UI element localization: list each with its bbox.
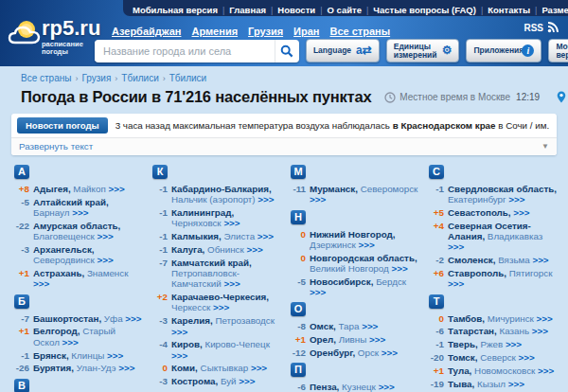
region-name[interactable]: Омск,: [310, 321, 336, 331]
region-link[interactable]: Калмыкия, Элиста >>>: [171, 231, 280, 241]
top-nav-link[interactable]: Частые вопросы (FAQ): [373, 5, 476, 15]
more-arrow[interactable]: >>>: [171, 350, 187, 361]
breadcrumb-link[interactable]: Все страны: [21, 73, 71, 83]
region-link[interactable]: Омск, Тара >>>: [310, 321, 418, 331]
region-link[interactable]: Тула, Новомосковск >>>: [448, 365, 557, 376]
top-nav-link[interactable]: Новости: [277, 5, 315, 15]
city-link[interactable]: Нальчик (аэропорт): [171, 194, 257, 205]
region-link[interactable]: Тамбов, Мичуринск >>>: [448, 313, 557, 324]
more-arrow[interactable]: >>>: [239, 376, 255, 386]
more-arrow[interactable]: >>>: [538, 365, 554, 376]
country-link[interactable]: Армения: [191, 26, 238, 37]
region-name[interactable]: Тамбов,: [448, 313, 485, 324]
top-nav-link[interactable]: Мобильная версия: [133, 5, 218, 15]
more-arrow[interactable]: >>>: [107, 350, 123, 361]
region-link[interactable]: Брянск, Клинцы >>>: [33, 350, 142, 361]
city-link[interactable]: Уфа: [101, 313, 125, 324]
more-arrow[interactable]: >>>: [508, 379, 524, 389]
region-name[interactable]: Брянск,: [33, 350, 69, 361]
region-link[interactable]: Татарстан, Казань >>>: [448, 326, 557, 336]
expand-text-button[interactable]: Развернуть текст ▼: [11, 137, 557, 155]
city-link[interactable]: Черняховск: [171, 218, 223, 228]
more-arrow[interactable]: >>>: [448, 241, 464, 252]
more-arrow[interactable]: >>>: [97, 255, 113, 265]
apps-button[interactable]: Приложенияi: [466, 39, 541, 62]
city-link[interactable]: Кирово-Чепецк: [203, 339, 270, 349]
more-arrow[interactable]: >>>: [223, 218, 240, 228]
more-arrow[interactable]: >>>: [513, 207, 529, 218]
more-arrow[interactable]: >>>: [257, 194, 274, 205]
region-link[interactable]: Тыва, Кызыл >>>: [448, 379, 557, 389]
region-name[interactable]: Киров,: [171, 339, 203, 349]
country-link[interactable]: Все страны: [329, 26, 390, 37]
more-arrow[interactable]: >>>: [359, 240, 375, 250]
city-link[interactable]: Благовещенск: [33, 231, 98, 241]
region-name[interactable]: Алтайский край,: [33, 197, 109, 207]
region-name[interactable]: Томск,: [448, 352, 477, 363]
city-link[interactable]: Северск: [477, 352, 518, 363]
city-link[interactable]: Обнинск: [204, 244, 246, 255]
city-link[interactable]: Буй: [218, 376, 239, 386]
city-link[interactable]: Новомосковск: [471, 365, 538, 376]
region-name[interactable]: Архангельск,: [33, 244, 95, 255]
more-arrow[interactable]: >>>: [379, 382, 395, 392]
country-link[interactable]: Иран: [293, 26, 319, 37]
region-link[interactable]: Архангельск, Северодвинск >>>: [33, 244, 142, 266]
more-arrow[interactable]: >>>: [257, 231, 274, 241]
region-link[interactable]: Тверь, Ржев >>>: [448, 339, 557, 349]
more-arrow[interactable]: >>>: [213, 302, 229, 312]
region-name[interactable]: Тыва,: [448, 379, 474, 389]
city-link[interactable]: Северодвинск: [33, 255, 97, 265]
region-name[interactable]: Мурманск,: [310, 184, 358, 194]
region-link[interactable]: Башкортостан, Уфа >>>: [33, 313, 142, 324]
region-link[interactable]: Бурятия, Улан-Удэ >>>: [33, 363, 142, 373]
region-name[interactable]: Татарстан,: [448, 326, 497, 336]
search-button[interactable]: [275, 40, 299, 62]
units-button[interactable]: Единицы измерений⚙: [386, 39, 460, 62]
more-arrow[interactable]: >>>: [310, 287, 326, 297]
city-link[interactable]: Екатеринбург: [448, 194, 508, 205]
more-arrow[interactable]: >>>: [247, 244, 263, 255]
city-link[interactable]: Элиста: [222, 231, 257, 241]
region-name[interactable]: Свердловская область,: [448, 184, 557, 194]
more-arrow[interactable]: >>>: [125, 313, 141, 324]
region-link[interactable]: Пенза, Кузнецк >>>: [310, 382, 418, 392]
region-link[interactable]: Мурманск, Североморск >>>: [310, 184, 418, 205]
region-name[interactable]: Орел,: [310, 334, 336, 345]
region-name[interactable]: Карелия,: [171, 315, 213, 326]
city-link[interactable]: Владикавказ: [485, 231, 542, 241]
country-link[interactable]: Азербайджан: [112, 26, 181, 37]
city-link[interactable]: Барнаул: [33, 207, 72, 218]
more-arrow[interactable]: >>>: [369, 334, 385, 345]
site-logo[interactable]: rp5.ru расписание погоды: [6, 18, 100, 56]
region-name[interactable]: Смоленск,: [448, 255, 495, 265]
region-name[interactable]: Калуга,: [171, 244, 204, 255]
region-link[interactable]: Белгород, Старый Оскол >>>: [33, 326, 142, 347]
region-link[interactable]: Оренбург, Орск >>>: [310, 347, 418, 358]
country-link[interactable]: Грузия: [248, 26, 283, 37]
region-link[interactable]: Томск, Северск >>>: [448, 352, 557, 363]
more-arrow[interactable]: >>>: [391, 263, 407, 274]
region-link[interactable]: Северная Осетия-Алания, Владикавказ >>>: [448, 221, 557, 253]
city-link[interactable]: Майкоп: [71, 184, 109, 194]
region-link[interactable]: Орел, Ливны >>>: [310, 334, 418, 345]
more-arrow[interactable]: >>>: [532, 326, 548, 336]
region-name[interactable]: Бурятия,: [33, 363, 74, 373]
top-nav-link[interactable]: Контакты: [488, 5, 530, 15]
more-arrow[interactable]: >>>: [33, 278, 49, 289]
region-link[interactable]: Адыгея, Майкоп >>>: [33, 184, 142, 194]
region-link[interactable]: Кабардино-Балкария, Нальчик (аэропорт) >…: [171, 184, 280, 205]
city-link[interactable]: Клинцы: [69, 350, 107, 361]
city-link[interactable]: Тара: [336, 321, 362, 331]
city-link[interactable]: Знаменск: [84, 268, 128, 278]
top-nav-link[interactable]: Главная: [229, 5, 266, 15]
more-arrow[interactable]: >>>: [118, 363, 134, 373]
region-name[interactable]: Камчатский край,: [171, 258, 252, 268]
more-arrow[interactable]: >>>: [508, 194, 524, 205]
city-link[interactable]: Орск: [355, 347, 382, 358]
region-link[interactable]: Смоленск, Вязьма >>>: [448, 255, 557, 265]
city-link[interactable]: Улан-Удэ: [74, 363, 118, 373]
region-link[interactable]: Кострома, Буй >>>: [171, 376, 280, 386]
region-name[interactable]: Новгородская область,: [310, 253, 417, 263]
more-arrow[interactable]: >>>: [251, 363, 267, 373]
